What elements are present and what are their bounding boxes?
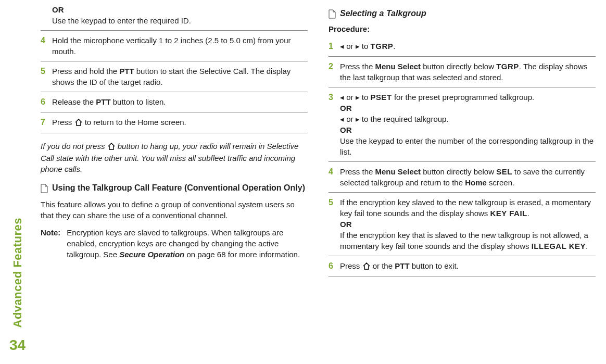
section-heading: Using the Talkgroup Call Feature (Conven… — [41, 183, 308, 194]
step-number: 6 — [329, 260, 340, 272]
left-column: OR Use the keypad to enter the required … — [41, 0, 308, 364]
step-4: 4 Hold the microphone vertically 1 to 2 … — [41, 31, 308, 61]
step-number: 5 — [41, 66, 52, 87]
step-number: 4 — [329, 166, 340, 188]
note-label: Note: — [41, 227, 60, 260]
step-number: 1 — [329, 41, 340, 52]
right-arrow-icon: ▸ — [356, 42, 360, 51]
step-text: Press to return to the Home screen. — [52, 117, 308, 129]
page-content: OR Use the keypad to enter the required … — [41, 0, 596, 364]
step-text: Press the Menu Select button directly be… — [340, 166, 596, 188]
step-continuation: OR Use the keypad to enter the required … — [41, 0, 308, 31]
section-title: Selecting a Talkgroup — [340, 8, 426, 19]
step-number: 7 — [41, 117, 52, 129]
step-number: 3 — [329, 92, 340, 157]
step-7: 7 Press to return to the Home screen. — [41, 112, 308, 133]
left-arrow-icon: ◂ — [340, 42, 344, 51]
home-icon — [362, 261, 371, 272]
step-5: 5 If the encryption key slaved to the ne… — [329, 193, 596, 256]
page-number: 34 — [9, 337, 26, 354]
body-text: This feature allows you to define a grou… — [41, 199, 308, 221]
or-label: OR — [340, 125, 352, 134]
body-text: Use the keypad to enter the required ID. — [52, 16, 191, 25]
section-title: Using the Talkgroup Call Feature (Conven… — [52, 183, 305, 194]
italic-note: If you do not press button to hang up, y… — [41, 141, 308, 174]
right-arrow-icon: ▸ — [356, 115, 360, 123]
step-text: Release the PTT button to listen. — [52, 96, 308, 108]
step-1: 1 ◂ or ▸ to TGRP. — [329, 36, 596, 57]
section-label: Advanced Features — [11, 218, 24, 328]
left-arrow-icon: ◂ — [340, 115, 344, 123]
step-text: ◂ or ▸ to TGRP. — [340, 41, 596, 52]
right-column: Selecting a Talkgroup Procedure: 1 ◂ or … — [329, 0, 596, 364]
step-number: 4 — [41, 35, 52, 57]
procedure-label: Procedure: — [329, 24, 596, 33]
step-number: 6 — [41, 96, 52, 108]
home-icon — [74, 118, 83, 129]
step-text: Hold the microphone vertically 1 to 2 in… — [52, 35, 308, 57]
right-arrow-icon: ▸ — [356, 93, 360, 102]
step-text: Press or the PTT button to exit. — [340, 260, 596, 272]
document-icon — [329, 9, 336, 19]
or-label: OR — [340, 104, 352, 112]
step-text: ◂ or ▸ to PSET for the preset preprogram… — [340, 92, 596, 157]
step-text: Press and hold the PTT button to start t… — [52, 66, 308, 87]
or-label: OR — [340, 220, 352, 229]
step-6: 6 Press or the PTT button to exit. — [329, 256, 596, 277]
step-number: 5 — [329, 197, 340, 252]
step-6: 6 Release the PTT button to listen. — [41, 92, 308, 112]
step-3: 3 ◂ or ▸ to PSET for the preset preprogr… — [329, 87, 596, 162]
home-icon — [107, 142, 116, 153]
section-heading: Selecting a Talkgroup — [329, 8, 596, 19]
step-5: 5 Press and hold the PTT button to start… — [41, 61, 308, 92]
left-arrow-icon: ◂ — [340, 93, 344, 102]
step-4: 4 Press the Menu Select button directly … — [329, 162, 596, 193]
sidebar: Advanced Features 34 — [9, 218, 26, 354]
note-body: Encryption keys are slaved to talkgroups… — [67, 227, 308, 260]
step-number: 2 — [329, 61, 340, 83]
note: Note: Encryption keys are slaved to talk… — [41, 227, 308, 260]
step-2: 2 Press the Menu Select button directly … — [329, 57, 596, 87]
step-text: If the encryption key slaved to the new … — [340, 197, 596, 252]
or-label: OR — [52, 5, 64, 14]
document-icon — [41, 184, 48, 193]
step-text: Press the Menu Select button directly be… — [340, 61, 596, 83]
